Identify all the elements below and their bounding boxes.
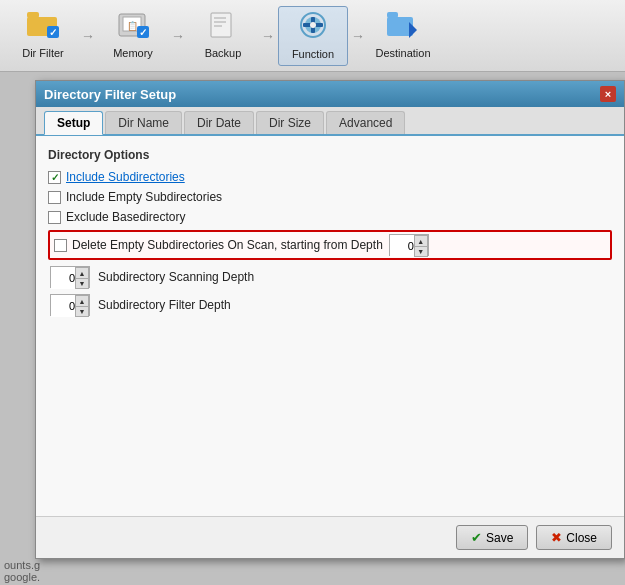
function-icon — [297, 11, 329, 44]
arrow-2: → — [170, 28, 186, 44]
spinbox-up-arrow[interactable]: ▲ — [414, 235, 428, 246]
option-row-exclude-base: Exclude Basedirectory — [48, 210, 612, 224]
spinbox-scan-depth-arrows: ▲ ▼ — [75, 267, 89, 289]
toolbar-btn-backup-label: Backup — [205, 47, 242, 59]
svg-text:✓: ✓ — [139, 27, 147, 38]
spinbox-scan-depth: ▲ ▼ — [50, 266, 90, 288]
svg-rect-1 — [27, 12, 39, 18]
dir-filter-icon: ✓ — [27, 12, 59, 43]
tab-dir-date[interactable]: Dir Date — [184, 111, 254, 134]
dialog-titlebar: Directory Filter Setup × — [36, 81, 624, 107]
dialog-overlay: Directory Filter Setup × Setup Dir Name … — [20, 72, 625, 585]
memory-icon: 📋 ✓ — [117, 12, 149, 43]
tab-dir-name[interactable]: Dir Name — [105, 111, 182, 134]
option-row-include-empty: Include Empty Subdirectories — [48, 190, 612, 204]
svg-rect-12 — [214, 25, 222, 27]
svg-rect-19 — [387, 12, 398, 18]
spinbox-scan-depth-input[interactable] — [51, 267, 77, 289]
checkbox-delete-empty[interactable]: Delete Empty Subdirectories On Scan, sta… — [54, 238, 383, 252]
dialog-close-button[interactable]: × — [600, 86, 616, 102]
close-icon: ✖ — [551, 530, 562, 545]
toolbar-btn-destination-label: Destination — [375, 47, 430, 59]
spinbox-filter-down-arrow[interactable]: ▼ — [75, 306, 89, 317]
tab-setup[interactable]: Setup — [44, 111, 103, 135]
dialog-content: Directory Options Include Subdirectories… — [36, 136, 624, 516]
spinbox-scan-down-arrow[interactable]: ▼ — [75, 278, 89, 289]
checkbox-include-empty-box[interactable] — [48, 191, 61, 204]
checkbox-include-empty[interactable]: Include Empty Subdirectories — [48, 190, 222, 204]
toolbar-btn-memory-label: Memory — [113, 47, 153, 59]
tab-dir-size[interactable]: Dir Size — [256, 111, 324, 134]
option-label-delete-empty: Delete Empty Subdirectories On Scan, sta… — [72, 238, 383, 252]
dialog-title: Directory Filter Setup — [44, 87, 176, 102]
toolbar-btn-memory[interactable]: 📋 ✓ Memory — [98, 6, 168, 66]
option-label-include-subdirs: Include Subdirectories — [66, 170, 185, 184]
checkbox-delete-empty-box[interactable] — [54, 239, 67, 252]
spinbox-filter-depth: ▲ ▼ — [50, 294, 90, 316]
close-label: Close — [566, 531, 597, 545]
scan-depth-label: Subdirectory Scanning Depth — [98, 270, 254, 284]
directory-filter-dialog: Directory Filter Setup × Setup Dir Name … — [35, 80, 625, 559]
arrow-1: → — [80, 28, 96, 44]
toolbar-btn-dir-filter-label: Dir Filter — [22, 47, 64, 59]
tabs-bar: Setup Dir Name Dir Date Dir Size Advance… — [36, 107, 624, 136]
svg-rect-10 — [214, 17, 226, 19]
checkbox-include-subdirs[interactable]: Include Subdirectories — [48, 170, 185, 184]
spinbox-filter-depth-arrows: ▲ ▼ — [75, 295, 89, 317]
toolbar-btn-backup[interactable]: Backup — [188, 6, 258, 66]
toolbar-btn-dir-filter[interactable]: ✓ Dir Filter — [8, 6, 78, 66]
option-label-include-empty: Include Empty Subdirectories — [66, 190, 222, 204]
svg-rect-11 — [214, 21, 226, 23]
dialog-footer: ✔ Save ✖ Close — [36, 516, 624, 558]
spinbox-delete-depth-arrows: ▲ ▼ — [414, 235, 428, 257]
destination-icon — [387, 12, 419, 43]
checkbox-include-subdirs-box[interactable] — [48, 171, 61, 184]
option-row-include-subdirs: Include Subdirectories — [48, 170, 612, 184]
arrow-4: → — [350, 28, 366, 44]
highlight-row-delete-empty: Delete Empty Subdirectories On Scan, sta… — [48, 230, 612, 260]
spinbox-delete-depth-input[interactable] — [390, 235, 416, 257]
save-label: Save — [486, 531, 513, 545]
arrow-3: → — [260, 28, 276, 44]
spinbox-down-arrow[interactable]: ▼ — [414, 246, 428, 257]
checkbox-exclude-base-box[interactable] — [48, 211, 61, 224]
section-title: Directory Options — [48, 148, 612, 162]
close-button[interactable]: ✖ Close — [536, 525, 612, 550]
checkbox-exclude-base[interactable]: Exclude Basedirectory — [48, 210, 185, 224]
toolbar-btn-destination[interactable]: Destination — [368, 6, 438, 66]
tab-advanced[interactable]: Advanced — [326, 111, 405, 134]
option-label-exclude-base: Exclude Basedirectory — [66, 210, 185, 224]
toolbar-btn-function[interactable]: Function — [278, 6, 348, 66]
backup-icon — [207, 12, 239, 43]
depth-row-scan: ▲ ▼ Subdirectory Scanning Depth — [48, 266, 612, 288]
filter-depth-label: Subdirectory Filter Depth — [98, 298, 231, 312]
spinbox-scan-up-arrow[interactable]: ▲ — [75, 267, 89, 278]
svg-text:✓: ✓ — [49, 27, 57, 38]
depth-row-filter: ▲ ▼ Subdirectory Filter Depth — [48, 294, 612, 316]
save-button[interactable]: ✔ Save — [456, 525, 528, 550]
toolbar-btn-function-label: Function — [292, 48, 334, 60]
svg-point-17 — [310, 22, 316, 28]
spinbox-delete-depth: ▲ ▼ — [389, 234, 429, 256]
save-icon: ✔ — [471, 530, 482, 545]
spinbox-filter-depth-input[interactable] — [51, 295, 77, 317]
toolbar: ✓ Dir Filter → 📋 ✓ Memory → — [0, 0, 625, 72]
spinbox-filter-up-arrow[interactable]: ▲ — [75, 295, 89, 306]
